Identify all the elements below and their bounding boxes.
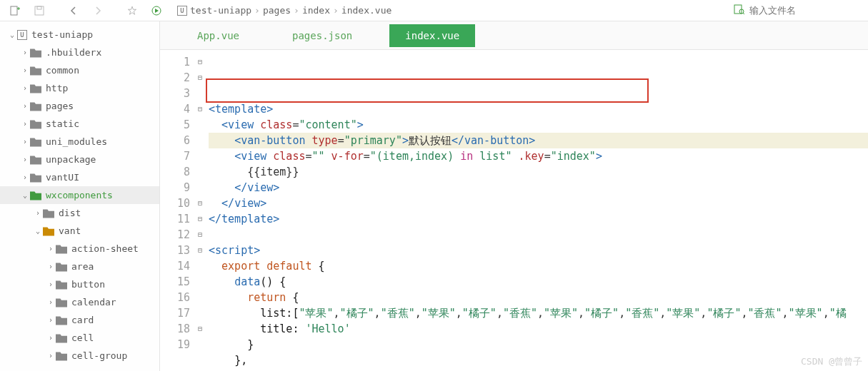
chevron-right-icon[interactable]: ›: [20, 138, 30, 146]
fold-toggle[interactable]: ⊟: [194, 243, 206, 258]
tree-item-label: calendar: [71, 297, 116, 308]
chevron-right-icon: ›: [294, 5, 299, 16]
back-icon[interactable]: [63, 2, 84, 19]
tree-item-dist[interactable]: ›dist: [0, 204, 159, 222]
tree-item-area[interactable]: ›area: [0, 258, 159, 275]
code-line[interactable]: </view>: [209, 180, 868, 195]
chevron-right-icon[interactable]: ›: [46, 263, 56, 270]
tree-item-cell[interactable]: ›cell: [0, 329, 159, 347]
fold-toggle[interactable]: ⊟: [194, 70, 206, 86]
tree-item-http[interactable]: ›http: [0, 79, 159, 97]
code-line[interactable]: <van-button type="primary">默认按钮</van-but…: [209, 133, 868, 148]
code-line[interactable]: [209, 227, 868, 243]
folder-icon: [56, 315, 67, 325]
tree-item-card[interactable]: ›card: [0, 311, 159, 329]
code-line[interactable]: <template>: [209, 101, 868, 117]
tree-item-calendar[interactable]: ›calendar: [0, 293, 159, 311]
tree-item-unpackage[interactable]: ›unpackage: [0, 151, 159, 168]
tree-item-button[interactable]: ›button: [0, 275, 159, 293]
tree-item-.hbuilderx[interactable]: ›.hbuilderx: [0, 44, 159, 61]
folder-icon: [30, 155, 41, 165]
search-input[interactable]: [749, 5, 849, 16]
fold-toggle[interactable]: ⊟: [194, 227, 206, 243]
code-line[interactable]: {{item}}: [209, 164, 868, 180]
crumb[interactable]: index.vue: [341, 5, 391, 16]
forward-icon[interactable]: [87, 2, 109, 19]
chevron-right-icon[interactable]: ›: [46, 298, 56, 306]
search-box[interactable]: [734, 4, 849, 17]
code-line[interactable]: data() {: [209, 274, 868, 290]
fold-toggle[interactable]: ⊟: [194, 195, 206, 211]
chevron-right-icon[interactable]: ›: [33, 209, 43, 217]
code-line[interactable]: </template>: [209, 211, 868, 227]
code-line[interactable]: <view class="" v-for="(item,index) in li…: [209, 148, 868, 164]
run-icon[interactable]: [146, 2, 167, 19]
tree-item-test-uniapp[interactable]: ⌄Utest-uniapp: [0, 26, 159, 44]
chevron-right-icon[interactable]: ›: [20, 156, 30, 163]
chevron-right-icon[interactable]: ›: [20, 173, 30, 181]
tree-item-common[interactable]: ›common: [0, 61, 159, 79]
tree-item-pages[interactable]: ›pages: [0, 97, 159, 115]
folder-open-icon: [43, 226, 54, 236]
code-line[interactable]: export default {: [209, 258, 868, 274]
tab-App.vue[interactable]: App.vue: [181, 24, 255, 47]
line-gutter: 12345678910111213141516171819: [160, 50, 194, 371]
new-icon[interactable]: [4, 2, 26, 19]
tree-item-vantUI[interactable]: ›vantUI: [0, 168, 159, 186]
tree-item-label: common: [46, 65, 79, 76]
fold-toggle[interactable]: ⊟: [194, 321, 206, 337]
chevron-right-icon[interactable]: ›: [46, 280, 56, 288]
fold-toggle: [194, 274, 206, 290]
tree-item-label: vantUI: [46, 172, 79, 183]
tree-item-label: area: [71, 261, 94, 272]
chevron-right-icon[interactable]: ›: [46, 334, 56, 342]
fold-toggle: [194, 305, 206, 321]
chevron-right-icon[interactable]: ›: [46, 245, 56, 253]
highlight-box: [206, 78, 649, 103]
chevron-right-icon[interactable]: ›: [20, 120, 30, 128]
fold-toggle[interactable]: ⊟: [194, 101, 206, 117]
tree-item-uni_modules[interactable]: ›uni_modules: [0, 133, 159, 151]
crumb[interactable]: index: [302, 5, 330, 16]
tree-item-label: action-sheet: [71, 243, 139, 254]
save-icon[interactable]: [29, 2, 50, 19]
fold-gutter[interactable]: ⊟⊟⊟⊟⊟⊟⊟⊟: [194, 50, 206, 371]
fold-toggle[interactable]: ⊟: [194, 54, 206, 70]
file-tree[interactable]: ⌄Utest-uniapp›.hbuilderx›common›http›pag…: [0, 21, 160, 371]
code-line[interactable]: <view class="content">: [209, 117, 868, 133]
code-line[interactable]: return {: [209, 290, 868, 305]
chevron-right-icon[interactable]: ›: [20, 102, 30, 110]
folder-icon: [30, 173, 41, 183]
code-line[interactable]: }: [209, 337, 868, 352]
tree-item-static[interactable]: ›static: [0, 115, 159, 133]
chevron-right-icon[interactable]: ›: [20, 84, 30, 92]
chevron-down-icon[interactable]: ⌄: [7, 31, 17, 39]
tree-item-wxcomponents[interactable]: ⌄wxcomponents: [0, 186, 159, 204]
code-line[interactable]: </view>: [209, 195, 868, 211]
chevron-down-icon[interactable]: ⌄: [20, 191, 30, 199]
chevron-right-icon[interactable]: ›: [20, 66, 30, 74]
code-line[interactable]: },: [209, 352, 868, 368]
chevron-down-icon[interactable]: ⌄: [33, 227, 43, 235]
chevron-right-icon[interactable]: ›: [46, 352, 56, 360]
star-icon[interactable]: [121, 2, 143, 19]
crumb[interactable]: pages: [263, 5, 291, 16]
tree-item-action-sheet[interactable]: ›action-sheet: [0, 240, 159, 258]
crumb[interactable]: test-uniapp: [190, 5, 251, 16]
code-line[interactable]: onLoad() {: [209, 368, 868, 371]
tab-index.vue[interactable]: index.vue: [389, 24, 475, 47]
code-line[interactable]: title: 'Hello': [209, 321, 868, 337]
tree-item-cell-group[interactable]: ›cell-group: [0, 347, 159, 365]
code-area[interactable]: 12345678910111213141516171819 ⊟⊟⊟⊟⊟⊟⊟⊟ <…: [160, 50, 868, 371]
code-line[interactable]: <script>: [209, 243, 868, 258]
fold-toggle: [194, 117, 206, 133]
tree-item-vant[interactable]: ⌄vant: [0, 222, 159, 240]
fold-toggle[interactable]: ⊟: [194, 211, 206, 227]
folder-icon: [30, 190, 41, 200]
tab-pages.json[interactable]: pages.json: [276, 24, 368, 47]
chevron-right-icon[interactable]: ›: [46, 316, 56, 324]
folder-icon: [30, 48, 41, 58]
code-line[interactable]: list:["苹果","橘子","香蕉","苹果","橘子","香蕉","苹果"…: [209, 305, 868, 321]
chevron-right-icon[interactable]: ›: [20, 49, 30, 56]
code-lines[interactable]: <template> <view class="content"> <van-b…: [206, 50, 868, 371]
